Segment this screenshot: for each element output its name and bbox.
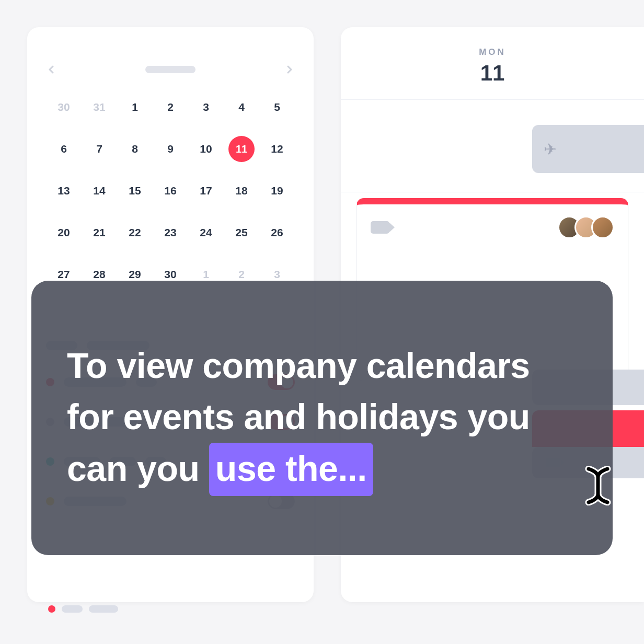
calendar-day[interactable]: 1 — [117, 98, 153, 116]
calendar-day[interactable]: 21 — [82, 224, 117, 242]
calendar-day[interactable]: 24 — [188, 224, 224, 242]
calendar-day[interactable]: 31 — [82, 98, 117, 116]
calendar-day[interactable]: 22 — [117, 224, 153, 242]
caption-text: To view company calendars for events and… — [67, 340, 577, 497]
pager-dot[interactable] — [48, 605, 55, 613]
calendar-day[interactable]: 30 — [46, 98, 82, 116]
caption-overlay: To view company calendars for events and… — [31, 281, 613, 555]
day-abbr: MON — [341, 47, 644, 58]
all-day-block[interactable]: ✈ — [532, 125, 644, 173]
calendar-day[interactable]: 11 — [224, 140, 259, 158]
calendar-day[interactable]: 7 — [82, 140, 117, 158]
calendar-day[interactable]: 13 — [46, 182, 82, 200]
calendar-day[interactable]: 10 — [188, 140, 224, 158]
calendar-day[interactable]: 2 — [153, 98, 188, 116]
calendar-day[interactable]: 20 — [46, 224, 82, 242]
calendar-day[interactable]: 15 — [117, 182, 153, 200]
calendar-day[interactable]: 23 — [153, 224, 188, 242]
calendar-grid: 3031123456789101112131415161718192021222… — [46, 98, 295, 283]
pager-dot[interactable] — [89, 605, 118, 613]
calendar-day[interactable]: 17 — [188, 182, 224, 200]
calendar-day[interactable]: 3 — [188, 98, 224, 116]
airplane-icon: ✈ — [544, 140, 557, 158]
pager-dots — [48, 605, 118, 613]
calendar-day[interactable]: 18 — [224, 182, 259, 200]
calendar-header — [46, 64, 295, 75]
calendar-day[interactable]: 6 — [46, 140, 82, 158]
pager-dot[interactable] — [62, 605, 83, 613]
text-cursor-icon — [581, 466, 615, 505]
calendar-day[interactable]: 14 — [82, 182, 117, 200]
avatar — [591, 216, 614, 239]
calendar-day[interactable]: 26 — [259, 224, 295, 242]
calendar-day[interactable]: 19 — [259, 182, 295, 200]
calendar-day[interactable]: 4 — [224, 98, 259, 116]
day-number: 11 — [341, 61, 644, 86]
calendar-day[interactable]: 9 — [153, 140, 188, 158]
next-month-button[interactable] — [283, 64, 295, 75]
day-header: MON 11 — [341, 27, 644, 100]
video-camera-icon — [371, 221, 389, 234]
calendar-day[interactable]: 16 — [153, 182, 188, 200]
calendar-month-label — [145, 66, 196, 73]
calendar-day[interactable]: 12 — [259, 140, 295, 158]
calendar-day[interactable]: 8 — [117, 140, 153, 158]
caption-highlight: use the... — [209, 443, 373, 497]
calendar-day[interactable]: 25 — [224, 224, 259, 242]
calendar-day[interactable]: 5 — [259, 98, 295, 116]
prev-month-button[interactable] — [46, 64, 58, 75]
attendee-avatars — [564, 216, 614, 239]
